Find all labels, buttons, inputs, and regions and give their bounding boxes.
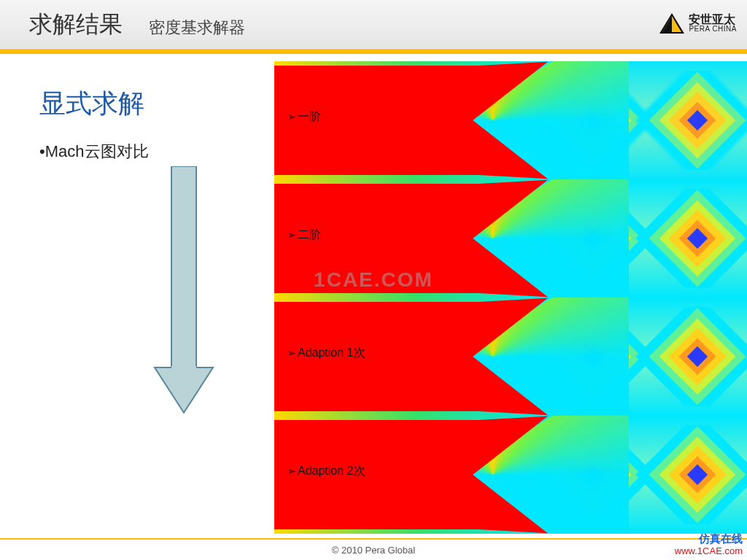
left-column: 显式求解 •Mach云图对比 bbox=[39, 86, 236, 163]
simulation-grid: ➢一阶 ➢二阶 ➢Adaption 1次 ➢Adaption 2次 bbox=[274, 61, 747, 534]
title-sub: 密度基求解器 bbox=[149, 17, 245, 39]
down-arrow-icon bbox=[153, 166, 214, 417]
corner-url: www.1CAE.com bbox=[675, 545, 743, 557]
svg-rect-5 bbox=[171, 366, 196, 370]
header-accent-bar bbox=[0, 50, 747, 54]
contour-row-1: ➢一阶 bbox=[274, 61, 747, 179]
row-label-3: ➢Adaption 1次 bbox=[287, 346, 365, 361]
contour-row-2: ➢二阶 bbox=[274, 179, 747, 298]
corner-watermark: 仿真在线 www.1CAE.com bbox=[675, 532, 743, 557]
row-label-1: ➢一阶 bbox=[287, 109, 321, 125]
brand-logo: 安世亚太 PERA CHINA bbox=[659, 13, 737, 34]
logo-triangle-icon bbox=[659, 13, 684, 34]
title-main: 求解结果 bbox=[29, 9, 123, 41]
bullet-marker: • bbox=[39, 142, 45, 160]
contour-row-4: ➢Adaption 2次 bbox=[274, 416, 747, 534]
corner-cn: 仿真在线 bbox=[675, 532, 743, 545]
row-label-4: ➢Adaption 2次 bbox=[287, 464, 365, 479]
section-heading: 显式求解 bbox=[39, 86, 236, 122]
logo-text-cn: 安世亚太 bbox=[689, 14, 737, 26]
slide-header: 求解结果 密度基求解器 安世亚太 PERA CHINA bbox=[0, 0, 747, 50]
svg-marker-4 bbox=[155, 368, 213, 413]
bullet-mach: •Mach云图对比 bbox=[39, 141, 236, 163]
row-label-2: ➢二阶 bbox=[287, 228, 321, 243]
contour-row-3: ➢Adaption 1次 bbox=[274, 298, 747, 416]
bullet-text: Mach云图对比 bbox=[45, 142, 149, 160]
logo-text-en: PERA CHINA bbox=[689, 26, 737, 33]
svg-rect-3 bbox=[171, 166, 196, 370]
footer-accent-bar bbox=[0, 538, 747, 540]
footer-copyright: © 2010 Pera Global bbox=[0, 545, 747, 556]
logo-text-wrap: 安世亚太 PERA CHINA bbox=[689, 14, 737, 33]
